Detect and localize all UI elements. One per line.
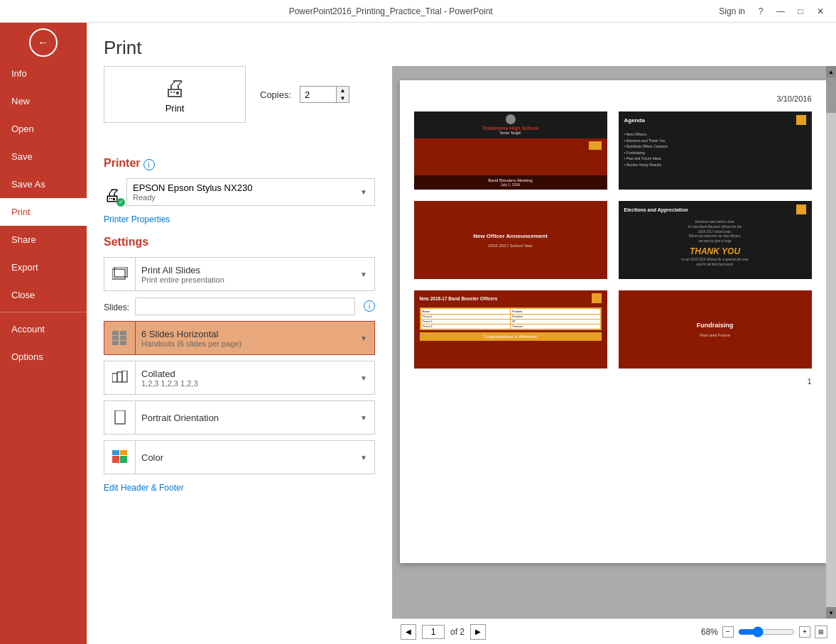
slides-input-row: Slides: i <box>104 297 375 315</box>
color-main: Color <box>141 452 347 463</box>
slides-input[interactable] <box>135 298 355 315</box>
slide5-header: New 2016-17 Band Booster Officers <box>414 290 607 306</box>
printer-dropdown[interactable]: EPSON Epson Stylus NX230 Ready ▼ <box>126 178 375 206</box>
slide4-header: Elections and Appreciation <box>619 201 812 218</box>
slides-label: Slides: <box>104 302 129 312</box>
printer-heading: Printer <box>104 157 141 170</box>
current-page-input[interactable] <box>422 625 445 639</box>
total-pages: of 2 <box>450 627 465 637</box>
slide1-tagline: Terrier Tough! <box>499 131 521 135</box>
svg-rect-4 <box>112 336 119 340</box>
edit-header-footer-link[interactable]: Edit Header & Footer <box>104 483 375 493</box>
slide2-content: • New Officers • Elections and Thank You… <box>619 129 812 170</box>
next-page-button[interactable]: ▶ <box>470 624 486 640</box>
svg-rect-6 <box>112 341 119 345</box>
prev-page-button[interactable]: ◀ <box>401 624 416 640</box>
copies-spinners: ▲ ▼ <box>336 87 349 102</box>
title-bar-filename: PowerPoint2016_Printing_Practice_Trial -… <box>63 6 719 16</box>
sidebar-item-print[interactable]: Print <box>0 198 87 226</box>
page-header: Print <box>87 23 836 66</box>
slide6-subtitle: Past and Future <box>700 333 730 337</box>
minimize-button[interactable]: — <box>771 4 791 18</box>
zoom-level: 68% <box>701 627 718 637</box>
print-area: 🖨 Print Copies: ▲ ▼ <box>87 66 836 644</box>
scroll-thumb <box>826 77 836 113</box>
print-button[interactable]: 🖨 Print <box>104 66 246 123</box>
svg-rect-9 <box>117 372 122 382</box>
copies-decrement[interactable]: ▼ <box>336 94 349 102</box>
handouts-icon <box>104 322 136 354</box>
slide4-body2: to our 2015-2016 officers for a spectacu… <box>619 256 812 269</box>
slide1-accent <box>589 141 602 150</box>
sidebar: ← Info New Open Save Save As Print Share… <box>0 23 87 644</box>
svg-rect-13 <box>120 456 127 463</box>
zoom-in-button[interactable]: + <box>799 626 810 638</box>
back-button[interactable]: ← <box>29 28 58 57</box>
slide4-title: Elections and Appreciation <box>624 207 688 212</box>
sidebar-item-account[interactable]: Account <box>0 315 87 343</box>
printer-properties-link[interactable]: Printer Properties <box>104 214 375 224</box>
slide1-school-name: Textahoma High School <box>482 126 538 131</box>
copies-increment[interactable]: ▲ <box>336 87 349 94</box>
preview-page: 3/10/2016 Textahoma High School Terrier … <box>400 80 826 563</box>
orientation-dropdown[interactable]: Portrait Orientation ▼ <box>104 400 375 435</box>
sidebar-item-open[interactable]: Open <box>0 115 87 143</box>
color-text: Color <box>136 449 353 466</box>
zoom-out-button[interactable]: − <box>722 626 734 638</box>
collated-sub: 1,2,3 1,2,3 1,2,3 <box>141 379 347 388</box>
slide6-title: Fundraising <box>697 322 734 329</box>
sidebar-item-close[interactable]: Close <box>0 281 87 309</box>
slides-grid: Textahoma High School Terrier Tough! Ban… <box>414 111 812 369</box>
close-window-button[interactable]: ✕ <box>810 4 830 18</box>
copies-row: Copies: ▲ ▼ <box>260 86 349 103</box>
slides-icon <box>104 258 136 290</box>
collated-dropdown[interactable]: Collated 1,2,3 1,2,3 1,2,3 ▼ <box>104 361 375 395</box>
svg-rect-12 <box>112 456 119 463</box>
preview-bottom-bar: ◀ of 2 ▶ 68% − + ⊞ <box>392 618 836 644</box>
slide4-accent <box>796 204 806 214</box>
preview-scroll-area: 3/10/2016 Textahoma High School Terrier … <box>392 66 836 618</box>
color-dropdown[interactable]: Color ▼ <box>104 440 375 474</box>
print-button-label: Print <box>165 103 185 114</box>
sidebar-item-info[interactable]: Info <box>0 60 87 87</box>
svg-rect-11 <box>115 410 125 424</box>
orientation-main: Portrait Orientation <box>141 413 347 423</box>
fit-to-window-button[interactable]: ⊞ <box>815 626 827 638</box>
slide5-accent <box>592 293 602 303</box>
scroll-up-btn[interactable]: ▲ <box>826 66 836 77</box>
sidebar-item-new[interactable]: New <box>0 87 87 115</box>
preview-scrollbar[interactable]: ▲ ▼ <box>826 66 836 618</box>
help-button[interactable]: ? <box>751 4 771 18</box>
app-body: ← Info New Open Save Save As Print Share… <box>0 23 836 644</box>
slides-layout-dropdown[interactable]: 6 Slides Horizontal Handouts (6 slides p… <box>104 321 375 355</box>
scroll-down-btn[interactable]: ▼ <box>826 607 836 618</box>
main-content: Print 🖨 Print Copies: <box>87 23 836 644</box>
svg-rect-3 <box>120 331 126 335</box>
sidebar-item-export[interactable]: Export <box>0 253 87 281</box>
sidebar-item-save-as[interactable]: Save As <box>0 170 87 198</box>
orientation-arrow: ▼ <box>353 414 374 422</box>
svg-rect-7 <box>120 341 126 345</box>
sign-in-link[interactable]: Sign in <box>719 6 745 16</box>
copies-input[interactable] <box>300 87 336 102</box>
sidebar-item-options[interactable]: Options <box>0 343 87 371</box>
slides-layout-main: 6 Slides Horizontal <box>141 329 347 339</box>
sidebar-item-share[interactable]: Share <box>0 226 87 253</box>
collated-icon <box>104 361 136 394</box>
maximize-button[interactable]: □ <box>791 4 810 18</box>
printer-info: EPSON Epson Stylus NX230 Ready <box>127 179 353 205</box>
copies-label: Copies: <box>260 89 291 100</box>
svg-rect-15 <box>120 450 127 455</box>
slides-layout-sub: Handouts (6 slides per page) <box>141 339 347 348</box>
print-all-slides-dropdown[interactable]: Print All Slides Print entire presentati… <box>104 257 375 291</box>
printer-icon: 🖨 <box>163 75 186 102</box>
portrait-icon <box>104 401 136 434</box>
sidebar-item-save[interactable]: Save <box>0 143 87 170</box>
slide5-table: Name Position Person 1 President Person … <box>420 307 602 330</box>
page-title: Print <box>104 37 819 59</box>
slides-info-icon[interactable]: i <box>364 300 375 312</box>
slide-thumb-3: New Officer Announcement 2016-2017 Schoo… <box>414 201 607 279</box>
zoom-slider[interactable] <box>738 626 795 638</box>
color-icon <box>104 441 136 474</box>
printer-info-icon[interactable]: i <box>143 159 155 170</box>
